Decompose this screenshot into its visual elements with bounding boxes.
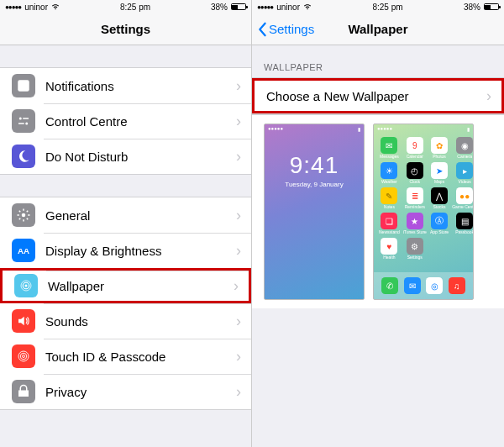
row-label: Notifications — [45, 79, 236, 93]
app-icon: ●● — [456, 187, 473, 204]
app-calendar: 9Calendar — [403, 137, 427, 159]
app-icon: ♫ — [449, 277, 465, 294]
page-title: Settings — [101, 22, 150, 36]
chevron-right-icon: › — [486, 87, 491, 105]
nav-bar: Settings Wallpaper — [252, 13, 504, 45]
app-icon: Ⓐ — [431, 213, 448, 229]
app-health: ♥︎Health — [379, 238, 400, 260]
app-itunes-store: ★iTunes Store — [403, 213, 427, 234]
app-icon: ⋀ — [431, 187, 448, 204]
settings-row-general[interactable]: General› — [0, 197, 251, 233]
settings-row-notifications[interactable]: Notifications› — [0, 68, 251, 103]
row-label: Display & Brightness — [45, 244, 236, 258]
settings-row-do-not-disturb[interactable]: Do Not Disturb› — [0, 139, 251, 174]
svg-rect-0 — [18, 80, 29, 92]
app-safari: ◎ — [426, 277, 443, 294]
chevron-right-icon: › — [236, 207, 241, 224]
display-icon: AA — [12, 239, 35, 262]
wallpaper-previews: ●●●●● ▮ 9:41 Tuesday, 9 January ●●●●● ▮ … — [252, 114, 504, 308]
status-time: 8:25 pm — [120, 3, 150, 12]
settings-row-control-centre[interactable]: Control Centre› — [0, 103, 251, 139]
settings-group-2: General›AADisplay & Brightness›Wallpaper… — [0, 197, 251, 410]
app-label: Notes — [384, 205, 395, 209]
lock-time: 9:41 — [265, 152, 364, 179]
chevron-right-icon: › — [236, 113, 241, 130]
app-newsstand: ❏Newsstand — [379, 213, 400, 234]
svg-point-11 — [20, 353, 27, 360]
app-icon: ◴ — [407, 162, 423, 179]
app-icon: 9 — [407, 137, 423, 154]
signal-dots-icon: ●●●●● — [257, 3, 273, 11]
app-label: Clock — [410, 180, 421, 184]
app-icon: ⚙︎ — [407, 238, 423, 255]
app-icon: ❏ — [381, 213, 397, 229]
chevron-right-icon: › — [236, 348, 241, 365]
control-centre-icon — [12, 109, 35, 133]
app-label: Maps — [434, 180, 444, 184]
app-label: App Store — [430, 230, 449, 234]
lockscreen-preview[interactable]: ●●●●● ▮ 9:41 Tuesday, 9 January — [264, 124, 365, 300]
app-label: Videos — [459, 180, 471, 184]
app-label: Newsstand — [379, 230, 400, 234]
page-title: Wallpaper — [348, 22, 407, 36]
app-game-center: ●●Game Center — [452, 187, 474, 209]
sounds-icon — [12, 309, 35, 333]
app-icon: ✿ — [431, 137, 448, 154]
app-label: Weather — [381, 180, 397, 184]
nav-bar: Settings — [0, 13, 251, 45]
app-notes: ✎Notes — [379, 187, 400, 209]
app-icon: ✎ — [381, 187, 397, 204]
battery-percent: 38% — [211, 3, 228, 12]
app-mail: ✉︎ — [404, 277, 421, 294]
row-label: Wallpaper — [48, 279, 234, 293]
app-icon: ☀︎ — [381, 162, 397, 179]
app-icon: ✆ — [381, 277, 398, 294]
row-label: Control Centre — [45, 114, 236, 129]
status-time: 8:25 pm — [372, 3, 402, 12]
app-label: Game Center — [452, 205, 474, 209]
notifications-icon — [12, 74, 35, 97]
settings-row-sounds[interactable]: Sounds› — [0, 303, 251, 339]
app-videos: ▸Videos — [452, 162, 474, 184]
homescreen-preview[interactable]: ●●●●● ▮ ✉︎Messages9Calendar✿Photos◉Camer… — [373, 124, 474, 300]
app-icon: ▸ — [456, 162, 473, 179]
app-icon: ✉︎ — [404, 277, 421, 294]
svg-point-5 — [22, 213, 26, 218]
choose-wallpaper-row[interactable]: Choose a New Wallpaper › — [252, 78, 504, 113]
wifi-icon — [303, 3, 312, 11]
chevron-right-icon: › — [236, 242, 241, 260]
row-label: Privacy — [45, 385, 236, 399]
svg-point-3 — [25, 123, 28, 125]
status-bar: ●●●●● uninor 8:25 pm 38% — [252, 0, 504, 13]
chevron-right-icon: › — [234, 277, 239, 295]
app-label: iTunes Store — [403, 230, 427, 234]
app-icon: ♥︎ — [381, 238, 397, 255]
chevron-right-icon: › — [236, 77, 241, 95]
chevron-right-icon: › — [236, 313, 241, 330]
settings-row-privacy[interactable]: Privacy› — [0, 374, 251, 409]
chevron-right-icon: › — [236, 383, 241, 401]
settings-row-touch-id-passcode[interactable]: Touch ID & Passcode› — [0, 339, 251, 374]
wifi-icon — [51, 3, 60, 11]
signal-dots-icon: ●●●●● — [5, 3, 21, 11]
app-icon: ➤ — [431, 162, 448, 179]
app-photos: ✿Photos — [430, 137, 449, 159]
svg-text:AA: AA — [18, 246, 29, 255]
app-icon: ≣ — [407, 187, 423, 204]
settings-row-wallpaper[interactable]: Wallpaper› — [0, 268, 251, 303]
app-maps: ➤Maps — [430, 162, 449, 184]
back-button[interactable]: Settings — [257, 22, 314, 37]
settings-row-display-brightness[interactable]: AADisplay & Brightness› — [0, 233, 251, 268]
app-label: Photos — [433, 155, 446, 159]
svg-rect-4 — [18, 123, 24, 124]
battery-percent: 38% — [464, 3, 480, 12]
svg-point-7 — [25, 285, 28, 287]
dnd-icon — [12, 145, 35, 168]
app-app-store: ⒶApp Store — [430, 213, 449, 234]
app-label: Settings — [407, 255, 423, 260]
settings-group-1: Notifications›Control Centre›Do Not Dist… — [0, 67, 251, 175]
carrier-label: uninor — [24, 3, 48, 12]
general-icon — [12, 203, 35, 227]
battery-icon — [484, 3, 499, 10]
app-passbook: ▤Passbook — [452, 213, 474, 234]
